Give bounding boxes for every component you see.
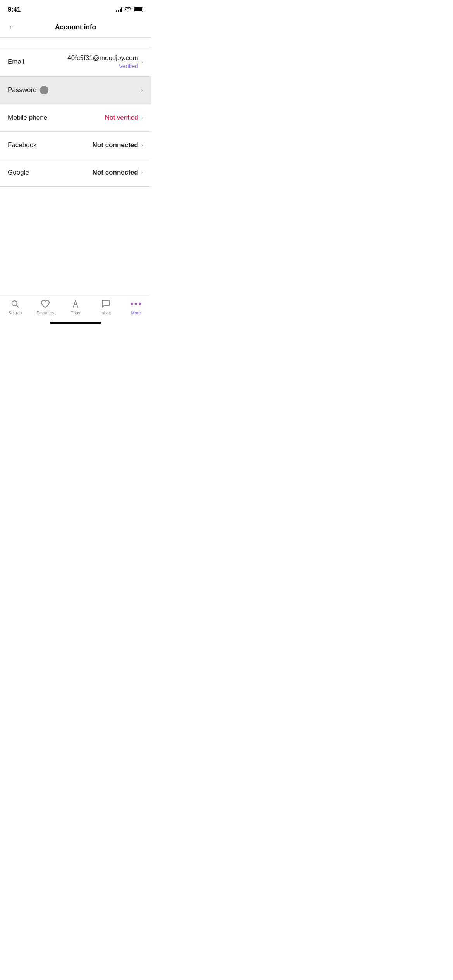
back-arrow-icon: ← [8,22,16,32]
status-time: 9:41 [8,6,21,14]
page-title: Account info [55,23,96,31]
password-dot-icon [40,86,48,94]
google-row[interactable]: Google Not connected › [0,159,151,186]
google-label: Google [8,169,29,176]
facebook-status: Not connected [93,141,138,149]
email-value-container: 40fc5f31@moodjoy.com Verified [67,54,138,69]
facebook-row[interactable]: Facebook Not connected › [0,132,151,159]
wifi-icon [125,7,131,12]
google-right: Not connected › [93,169,143,176]
password-chevron-icon: › [141,87,143,94]
trips-icon [70,299,81,309]
nav-header: ← Account info [0,17,151,37]
email-chevron-icon: › [141,58,143,65]
facebook-chevron-icon: › [141,142,143,149]
tab-trips[interactable]: Trips [62,299,89,315]
password-right: › [141,87,143,94]
phone-right: Not verified › [105,114,143,122]
tab-inbox[interactable]: Inbox [92,299,119,315]
tab-favorites[interactable]: Favorites [32,299,59,315]
password-row[interactable]: Password › [0,77,151,104]
status-icons [116,7,144,12]
inbox-icon [101,299,111,309]
email-label: Email [8,58,24,66]
svg-line-2 [73,300,76,307]
mobile-phone-row[interactable]: Mobile phone Not verified › [0,104,151,131]
battery-icon [134,7,143,12]
email-right: 40fc5f31@moodjoy.com Verified › [67,54,143,69]
email-verified-status: Verified [119,63,138,69]
signal-icon [116,7,123,12]
tab-favorites-label: Favorites [36,310,54,315]
tab-search[interactable]: Search [2,299,29,315]
search-icon [10,299,20,309]
tab-more-label: More [131,310,141,315]
status-bar: 9:41 [0,0,151,17]
google-status: Not connected [93,169,138,176]
tab-trips-label: Trips [71,310,80,315]
email-value: 40fc5f31@moodjoy.com [67,54,138,62]
google-chevron-icon: › [141,169,143,176]
home-indicator [50,322,101,324]
more-icon [131,299,141,309]
top-spacer [0,38,151,47]
tab-inbox-label: Inbox [101,310,111,315]
facebook-label: Facebook [8,141,37,149]
tab-more[interactable]: More [122,299,149,315]
email-row[interactable]: Email 40fc5f31@moodjoy.com Verified › [0,47,151,76]
svg-line-1 [17,305,19,308]
password-left: Password [8,86,48,94]
svg-line-3 [76,300,78,307]
back-button[interactable]: ← [8,22,16,32]
facebook-right: Not connected › [93,141,143,149]
phone-chevron-icon: › [141,114,143,121]
heart-icon [40,299,50,309]
phone-status: Not verified [105,114,138,122]
google-bottom-divider [0,186,151,187]
tab-search-label: Search [9,310,22,315]
mobile-phone-label: Mobile phone [8,114,47,122]
password-label: Password [8,86,37,94]
